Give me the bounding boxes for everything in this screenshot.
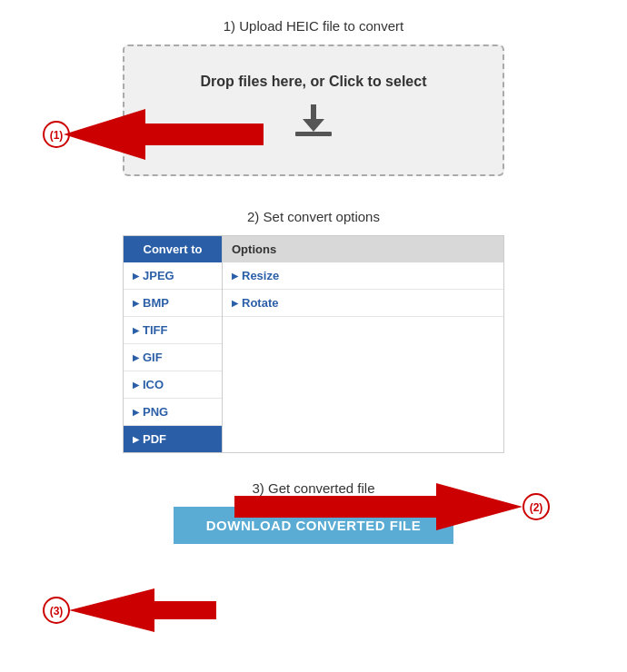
format-png[interactable]: ▶ PNG xyxy=(124,399,222,426)
format-jpeg[interactable]: ▶ JPEG xyxy=(124,262,222,290)
format-bmp[interactable]: ▶ BMP xyxy=(124,290,222,317)
format-pdf[interactable]: ▶ PDF xyxy=(124,426,222,452)
arrow-icon: ▶ xyxy=(133,380,139,390)
option-resize[interactable]: ▶ Resize xyxy=(223,262,503,290)
arrow-icon: ▶ xyxy=(133,435,139,444)
arrow-icon: ▶ xyxy=(232,272,238,281)
drop-zone[interactable]: Drop files here, or Click to select xyxy=(123,44,504,176)
upload-icon xyxy=(292,103,335,147)
svg-point-9 xyxy=(44,598,69,623)
svg-text:(3): (3) xyxy=(50,605,64,618)
arrow-icon: ▶ xyxy=(232,299,238,308)
options-column: Options ▶ Resize ▶ Rotate xyxy=(223,235,504,453)
svg-rect-0 xyxy=(295,132,332,136)
format-tiff[interactable]: ▶ TIFF xyxy=(124,317,222,344)
arrow-icon: ▶ xyxy=(133,272,139,281)
format-gif[interactable]: ▶ GIF xyxy=(124,344,222,371)
option-rotate[interactable]: ▶ Rotate xyxy=(223,290,503,317)
step1-title: 1) Upload HEIC file to convert xyxy=(36,18,591,34)
convert-to-header: Convert to xyxy=(124,236,222,262)
arrow-icon: ▶ xyxy=(133,299,139,308)
format-ico[interactable]: ▶ ICO xyxy=(124,371,222,399)
download-button[interactable]: DOWNLOAD CONVERTED FILE xyxy=(174,507,454,544)
options-header: Options xyxy=(223,236,503,262)
arrow-icon: ▶ xyxy=(133,353,139,362)
svg-marker-11 xyxy=(69,588,216,632)
step3-title: 3) Get converted file xyxy=(36,480,591,496)
convert-to-column: Convert to ▶ JPEG ▶ BMP ▶ TIFF ▶ GIF xyxy=(123,235,223,453)
drop-zone-text: Drop files here, or Click to select xyxy=(143,74,484,90)
arrow-icon: ▶ xyxy=(133,326,139,335)
arrow-icon: ▶ xyxy=(133,408,139,417)
step2-title: 2) Set convert options xyxy=(36,209,591,224)
svg-marker-2 xyxy=(303,119,324,132)
